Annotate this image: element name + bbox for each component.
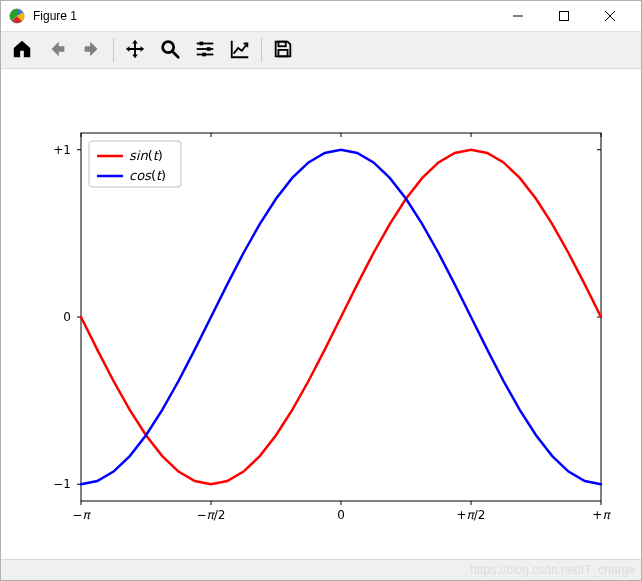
search-icon [159,38,181,63]
edit-axes-button[interactable] [223,35,257,65]
svg-text:0: 0 [63,310,71,324]
figure-canvas[interactable]: −π−π/20+π/2+π−10+1sin(t)cos(t) [1,69,641,559]
svg-text:+1: +1 [53,143,71,157]
svg-text:+π: +π [592,508,611,522]
arrow-left-icon [46,38,68,63]
svg-text:−1: −1 [53,477,71,491]
svg-rect-12 [202,52,206,56]
subplots-button[interactable] [188,35,222,65]
save-icon [272,38,294,63]
matplotlib-logo-icon [9,8,25,24]
home-button[interactable] [5,35,39,65]
app-window: Figure 1 [0,0,642,581]
toolbar-separator [113,38,114,62]
svg-text:sin(t): sin(t) [129,148,163,163]
sliders-icon [194,38,216,63]
pan-button[interactable] [118,35,152,65]
statusbar [1,559,641,580]
window-title: Figure 1 [33,9,77,23]
forward-button[interactable] [75,35,109,65]
toolbar-separator [261,38,262,62]
chart-line-icon [229,38,251,63]
svg-rect-14 [278,49,287,55]
svg-text:+π/2: +π/2 [457,508,486,522]
move-icon [124,38,146,63]
svg-rect-13 [278,41,285,46]
zoom-button[interactable] [153,35,187,65]
toolbar [1,32,641,69]
svg-text:−π: −π [72,508,91,522]
maximize-button[interactable] [541,1,587,31]
svg-line-6 [173,51,179,57]
close-button[interactable] [587,1,633,31]
svg-text:cos(t): cos(t) [129,168,166,183]
home-icon [11,38,33,63]
minimize-button[interactable] [495,1,541,31]
svg-text:−π/2: −π/2 [197,508,226,522]
svg-rect-10 [207,47,211,51]
back-button[interactable] [40,35,74,65]
svg-rect-8 [200,41,204,45]
chart-plot: −π−π/20+π/2+π−10+1sin(t)cos(t) [1,69,641,561]
arrow-right-icon [81,38,103,63]
svg-text:0: 0 [337,508,345,522]
save-button[interactable] [266,35,300,65]
svg-rect-2 [560,12,569,21]
titlebar: Figure 1 [1,1,641,32]
